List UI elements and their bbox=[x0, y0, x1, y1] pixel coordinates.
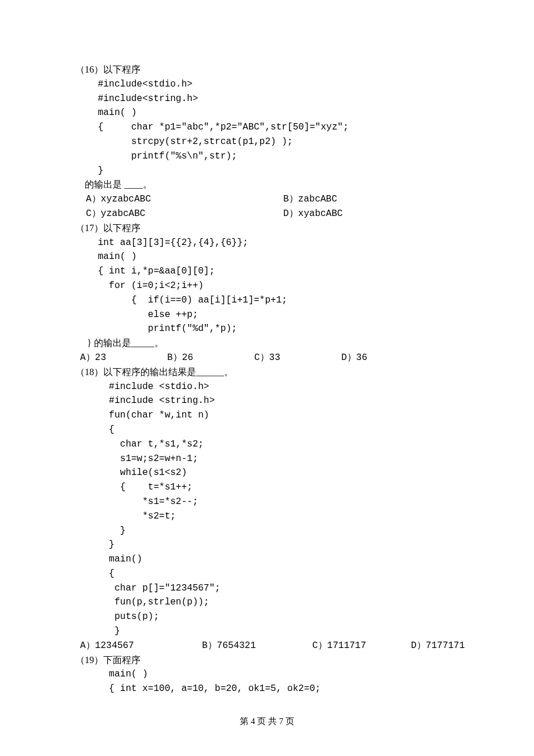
q17-options: A）23B）26C）33D）36 bbox=[75, 351, 464, 365]
q18-options: A）1234567B）7654321C）1711717D）7177171 bbox=[75, 639, 464, 653]
q16-opt-a: A）xyzabcABC bbox=[75, 192, 283, 207]
q17-tail: } 的输出是_____。 bbox=[75, 336, 464, 351]
question-18: （18）以下程序的输出结果是______。 #include <stdio.h>… bbox=[75, 365, 464, 653]
q18-code-line: fun(char *w,int n) bbox=[75, 408, 464, 423]
q16-options-row1: A）xyzabcABCB）zabcABC bbox=[75, 192, 464, 207]
q18-code-line: puts(p); bbox=[75, 610, 464, 624]
q19-code-line: main( ) bbox=[75, 667, 464, 682]
q18-code-line: { t=*s1++; bbox=[75, 480, 464, 495]
question-19: （19）下面程序 main( ) { int x=100, a=10, b=20… bbox=[75, 653, 464, 696]
q17-opt-b: B）26 bbox=[167, 351, 254, 365]
question-16: （16）以下程序 #include<stdio.h> #include<stri… bbox=[75, 63, 464, 221]
q18-code-line: s1=w;s2=w+n-1; bbox=[75, 452, 464, 466]
q16-header: （16）以下程序 bbox=[75, 63, 464, 77]
q16-code-line: { char *p1="abc",*p2="ABC",str[50]="xyz"… bbox=[75, 120, 464, 135]
q18-code-line: } bbox=[75, 624, 464, 639]
q18-code-line: char p[]="1234567"; bbox=[75, 581, 464, 596]
q16-code-line: } bbox=[75, 164, 464, 178]
q18-code-line: { bbox=[75, 567, 464, 581]
q16-options-row2: C）yzabcABCD）xyabcABC bbox=[75, 207, 464, 221]
q16-code-line: strcpy(str+2,strcat(p1,p2) ); bbox=[75, 135, 464, 149]
q18-code-line: *s1=*s2--; bbox=[75, 495, 464, 509]
q16-code-line: printf("%s\n",str); bbox=[75, 149, 464, 164]
q18-opt-b: B）7654321 bbox=[202, 639, 312, 653]
q18-code-line: } bbox=[75, 538, 464, 552]
page-footer: 第 4 页 共 7 页 bbox=[0, 715, 534, 728]
q18-code-line: fun(p,strlen(p)); bbox=[75, 595, 464, 610]
q18-code-line: while(s1<s2) bbox=[75, 466, 464, 480]
q16-opt-c: C）yzabcABC bbox=[75, 207, 283, 221]
q18-opt-d: D）7177171 bbox=[411, 640, 465, 651]
q17-code-line: else ++p; bbox=[75, 308, 464, 322]
q19-code-line: { int x=100, a=10, b=20, ok1=5, ok2=0; bbox=[75, 682, 464, 696]
question-17: （17）以下程序 int aa[3][3]={{2},{4},{6}}; mai… bbox=[75, 221, 464, 365]
q18-header: （18）以下程序的输出结果是______。 bbox=[75, 365, 464, 380]
q18-code-line: { bbox=[75, 423, 464, 437]
page: （16）以下程序 #include<stdio.h> #include<stri… bbox=[0, 0, 534, 756]
q17-opt-a: A）23 bbox=[75, 351, 167, 365]
q16-opt-d: D）xyabcABC bbox=[283, 208, 342, 219]
q16-code-line: #include<stdio.h> bbox=[75, 77, 464, 92]
q16-tail: 的输出是 ____。 bbox=[75, 178, 464, 192]
q17-code-line: main( ) bbox=[75, 250, 464, 264]
q17-opt-c: C）33 bbox=[254, 351, 341, 365]
q18-opt-a: A）1234567 bbox=[75, 639, 202, 653]
q16-opt-b: B）zabcABC bbox=[283, 194, 337, 204]
q17-code-line: printf("%d",*p); bbox=[75, 322, 464, 336]
q17-code-line: { if(i==0) aa[i][i+1]=*p+1; bbox=[75, 293, 464, 308]
q18-code-line: #include <stdio.h> bbox=[75, 380, 464, 394]
q18-code-line: } bbox=[75, 524, 464, 538]
q17-code-line: { int i,*p=&aa[0][0]; bbox=[75, 264, 464, 279]
q18-code-line: *s2=t; bbox=[75, 509, 464, 524]
q16-code-line: main( ) bbox=[75, 106, 464, 120]
q17-code-line: int aa[3][3]={{2},{4},{6}}; bbox=[75, 236, 464, 250]
q18-code-line: main() bbox=[75, 552, 464, 567]
q18-code-line: #include <string.h> bbox=[75, 394, 464, 408]
q17-opt-d: D）36 bbox=[341, 352, 367, 363]
q18-opt-c: C）1711717 bbox=[312, 639, 411, 653]
q18-code-line: char t,*s1,*s2; bbox=[75, 437, 464, 452]
q17-code-line: for (i=0;i<2;i++) bbox=[75, 279, 464, 293]
q17-header: （17）以下程序 bbox=[75, 221, 464, 236]
q19-header: （19）下面程序 bbox=[75, 653, 464, 668]
q16-code-line: #include<string.h> bbox=[75, 92, 464, 106]
